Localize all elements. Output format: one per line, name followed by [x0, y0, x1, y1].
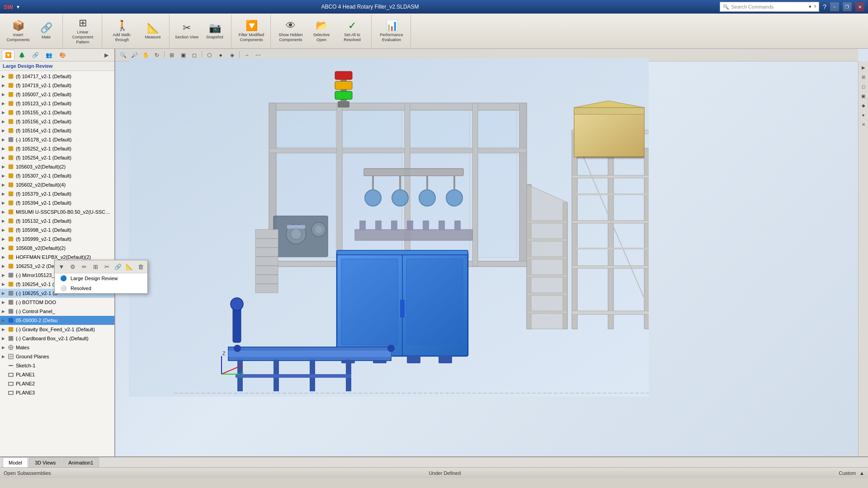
tree-item[interactable]: PLANE1: [0, 370, 114, 379]
filter-button[interactable]: 🔽 Filter Modified Components: [235, 16, 268, 47]
statusbar-expand-btn[interactable]: ▲: [859, 470, 864, 476]
tree-item[interactable]: ▶(-) Cardboard Box_v2-1 (Default): [0, 334, 114, 343]
search-bar[interactable]: 🔍 Search Commands ▼ ?: [720, 2, 819, 12]
tree-item-label: (f) 105155_v2-1 (Default): [16, 110, 71, 115]
tree-item[interactable]: ▶(f) 104719_v2-1 (Default): [0, 81, 114, 90]
svg-rect-100: [391, 221, 397, 230]
performance-eval-button[interactable]: 📊 Performance Evaluation: [375, 16, 408, 47]
ctx-tool-edit[interactable]: ✏: [79, 262, 89, 272]
svg-rect-37: [9, 373, 13, 376]
ctx-tool-cut[interactable]: ✂: [102, 262, 112, 272]
insert-components-button[interactable]: 📦 Insert Components: [5, 16, 32, 47]
tree-item[interactable]: ▶MISUMI U-SSCSPL00-B0.50_v2(U-SSCSP(304 …: [0, 207, 114, 216]
svg-rect-15: [9, 210, 13, 214]
help-icon[interactable]: ?: [823, 3, 826, 10]
right-tool5[interactable]: ●: [859, 111, 868, 119]
search-help-icon[interactable]: ?: [814, 5, 816, 9]
tree-item[interactable]: ▶(f) 105132_v2-1 (Default): [0, 216, 114, 225]
tree-item[interactable]: ▶(f) 105123_v2-1 (Default): [0, 99, 114, 108]
tree-item[interactable]: ▶05-09000-2 (Defau: [0, 316, 114, 325]
ctx-tool-select[interactable]: ▼: [57, 262, 66, 272]
tree-item-icon: [7, 362, 14, 369]
tree-item-icon: [7, 281, 14, 288]
svg-rect-29: [9, 336, 13, 341]
tree-item-icon: [7, 335, 14, 342]
tree-arrow: ▶: [2, 101, 7, 106]
right-expand-btn[interactable]: ▶: [859, 63, 868, 71]
svg-rect-25: [9, 300, 13, 305]
panel-tab-tree[interactable]: 🌲: [15, 50, 28, 61]
tree-item[interactable]: ▶(-) Gravity Box_Feed_v2-1 (Default): [0, 325, 114, 334]
tree-item[interactable]: PLANE2: [0, 379, 114, 388]
panel-tab-filter[interactable]: 🔽: [2, 50, 14, 61]
tree-item[interactable]: ▶(-) BOTTOM DOO: [0, 298, 114, 307]
right-tool2[interactable]: ◻: [859, 82, 868, 90]
panel-expand-btn[interactable]: ▶: [100, 50, 113, 61]
panel-tab-parents[interactable]: 👥: [42, 50, 55, 61]
ctx-tool-delete[interactable]: 🗑: [136, 262, 146, 272]
svg-rect-78: [478, 110, 517, 147]
tree-item[interactable]: ▶105603_v2(Default)(2): [0, 162, 114, 171]
right-tool1[interactable]: ⊞: [859, 73, 868, 81]
tree-item[interactable]: ▶(f) 105998_v2-1 (Default): [0, 225, 114, 235]
title-menu-btn[interactable]: ▼: [16, 5, 20, 9]
measure-button[interactable]: 📐 Measure: [139, 16, 166, 47]
tree-item[interactable]: ▶(f) 105307_v2-1 (Default): [0, 171, 114, 180]
set-all-resolved-button[interactable]: ✓ Set All to Resolved: [336, 16, 368, 47]
tree-item[interactable]: ▶(f) 105999_v2-1 (Default): [0, 235, 114, 244]
insert-components-label: Insert Components: [5, 33, 31, 42]
tree-item-label: (-) Cardboard Box_v2-1 (Default): [16, 336, 89, 341]
ctx-tool-link[interactable]: 🔗: [113, 262, 123, 272]
tree-item[interactable]: Sketch-1: [0, 361, 114, 370]
tree-item[interactable]: ▶105602_v2(Default)(4): [0, 180, 114, 189]
tree-item[interactable]: ▶(-) 105178_v2-1 (Default): [0, 135, 114, 144]
tree-item[interactable]: ▶(f) 105155_v2-1 (Default): [0, 108, 114, 117]
svg-point-107: [291, 229, 302, 239]
tab-3d-views[interactable]: 3D Views: [29, 457, 61, 467]
show-hidden-button[interactable]: 👁 Show Hidden Components: [274, 16, 307, 47]
selective-open-button[interactable]: 📂 Selective Open: [308, 16, 335, 47]
tree-item[interactable]: ▶(f) 105007_v2-1 (Default): [0, 90, 114, 99]
svg-rect-126: [337, 250, 468, 255]
ctx-item-resolved[interactable]: ⚪ Resolved: [55, 283, 147, 293]
tree-item[interactable]: ▶(f) 105379_v2-1 (Default): [0, 189, 114, 198]
ctx-item-large-design-review[interactable]: 🔵 Large Design Review: [55, 273, 147, 283]
ctx-tool-settings[interactable]: ⚙: [68, 262, 78, 272]
snapshot-button[interactable]: 📷 Snapshot: [201, 16, 228, 47]
tree-item[interactable]: ▶(f) 105156_v2-1 (Default): [0, 117, 114, 126]
svg-rect-0: [9, 74, 13, 79]
tree-item[interactable]: ▶(f) 105252_v2-1 (Default): [0, 144, 114, 153]
tree-item[interactable]: ▶105608_v2(Default)(2): [0, 244, 114, 253]
tree-item[interactable]: ▶Mates: [0, 343, 114, 352]
tab-model[interactable]: Model: [3, 457, 28, 467]
mate-button[interactable]: 🔗 Mate: [33, 16, 60, 47]
mate-label: Mate: [42, 35, 51, 40]
zoom-in-btn[interactable]: 🔍: [118, 50, 128, 60]
right-tool6[interactable]: ✕: [859, 120, 868, 128]
tree-item[interactable]: ▶(f) 104717_v2-1 (Default): [0, 72, 114, 81]
tree-item[interactable]: PLANE3: [0, 388, 114, 397]
tree-item-label: (f) 105394_v2-1 (Default): [16, 200, 71, 206]
panel-tab-display[interactable]: 🎨: [56, 50, 69, 61]
panel-tab-mates[interactable]: 🔗: [29, 50, 42, 61]
svg-rect-97: [355, 230, 472, 240]
linear-pattern-button[interactable]: ⊞ Linear Component Pattern: [66, 16, 99, 47]
section-view-button[interactable]: ✂ Section View: [173, 16, 200, 47]
tree-item[interactable]: ▶(f) 105164_v2-1 (Default): [0, 126, 114, 135]
add-walkthrough-button[interactable]: 🚶 Add Walk-through: [106, 16, 138, 47]
ctx-tool-measure[interactable]: 📐: [124, 262, 134, 272]
restore-button[interactable]: ❐: [843, 2, 852, 11]
minimize-button[interactable]: −: [830, 2, 839, 11]
search-dropdown-icon[interactable]: ▼: [808, 5, 812, 9]
tree-item[interactable]: ▶(f) 105254_v2-1 (Default): [0, 153, 114, 162]
tree-item[interactable]: ▶(-) Control Panel_: [0, 307, 114, 316]
tree-item[interactable]: ▶(f) 105394_v2-1 (Default): [0, 198, 114, 207]
right-tool4[interactable]: ◆: [859, 101, 868, 109]
close-button[interactable]: ✕: [855, 2, 864, 11]
tree-item-label: (f) 105307_v2-1 (Default): [16, 173, 71, 178]
ctx-tool-feature[interactable]: ⊞: [90, 262, 100, 272]
right-tool3[interactable]: ▣: [859, 92, 868, 100]
tree-item[interactable]: ▶Ground Planes: [0, 352, 114, 361]
viewport[interactable]: 🔍 🔎 ✋ ↻ ⊞ ▣ ◻ ⬡ ● ◈ → ⋯: [115, 49, 868, 456]
tab-animation1[interactable]: Animation1: [62, 457, 99, 467]
